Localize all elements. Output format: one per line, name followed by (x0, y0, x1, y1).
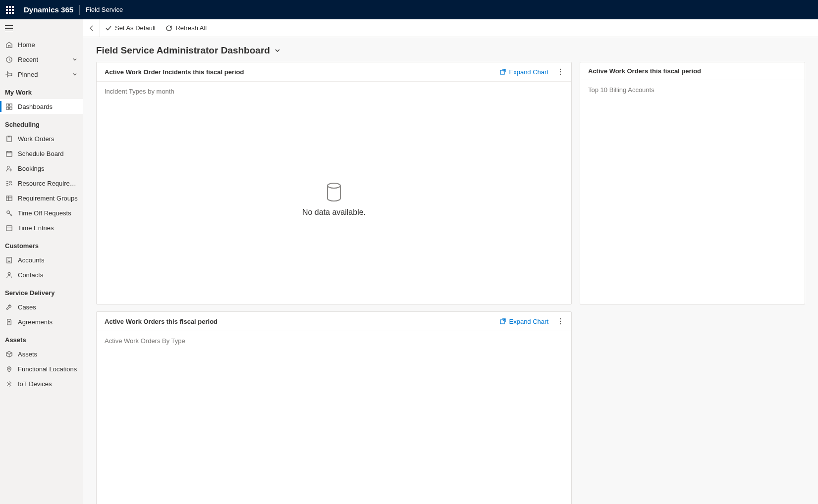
card-header: Active Work Order Incidents this fiscal … (97, 62, 571, 82)
svg-rect-3 (6, 107, 8, 109)
svg-point-15 (8, 383, 10, 385)
app-name[interactable]: Field Service (86, 6, 123, 13)
sidebar-item-workorders[interactable]: Work Orders (0, 131, 83, 146)
card-menu-button[interactable] (557, 317, 563, 326)
sidebar-item-cases[interactable]: Cases (0, 300, 83, 314)
sidebar-item-label: Pinned (18, 71, 72, 78)
svg-point-23 (560, 321, 561, 322)
sidebar-item-label: Resource Requireme... (18, 180, 78, 187)
svg-rect-11 (6, 225, 11, 230)
dashboard-scroll[interactable]: Active Work Order Incidents this fiscal … (83, 62, 818, 504)
header-divider (79, 5, 80, 15)
sidebar-item-label: Work Orders (18, 135, 78, 143)
clipboard-icon (5, 135, 13, 143)
document-icon (5, 318, 13, 326)
sidebar-section-scheduling: Scheduling (0, 114, 83, 131)
card-subtitle: Incident Types by month (97, 82, 571, 95)
sidebar-item-timeentries[interactable]: Time Entries (0, 220, 83, 235)
refresh-all-label: Refresh All (175, 24, 207, 32)
expand-chart-button[interactable]: Expand Chart (499, 68, 549, 76)
main-area: Set As Default Refresh All Field Service… (83, 19, 818, 504)
card-workorders-main: Active Work Orders this fiscal period Ex… (96, 311, 572, 504)
sidebar-item-reqgroups[interactable]: Requirement Groups (0, 191, 83, 205)
svg-rect-6 (6, 151, 11, 156)
sidebar-item-label: Contacts (18, 271, 78, 279)
card-header: Active Work Orders this fiscal period (580, 62, 805, 80)
sidebar-item-accounts[interactable]: Accounts (0, 252, 83, 267)
expand-icon (499, 318, 506, 325)
set-default-button[interactable]: Set As Default (100, 19, 161, 37)
svg-point-14 (8, 368, 10, 369)
sidebar-item-label: Time Off Requests (18, 209, 78, 217)
svg-rect-1 (6, 103, 8, 106)
command-bar: Set As Default Refresh All (83, 19, 818, 37)
svg-point-22 (560, 318, 561, 319)
set-default-label: Set As Default (115, 24, 156, 32)
sidebar-section-mywork: My Work (0, 82, 83, 99)
page-title: Field Service Administrator Dashboard (96, 45, 270, 56)
product-name: Dynamics 365 (24, 5, 73, 14)
sidebar-item-label: Dashboards (18, 103, 78, 110)
hamburger-icon[interactable] (5, 25, 13, 31)
sidebar-item-label: Agreements (18, 318, 78, 326)
sidebar-item-home[interactable]: Home (0, 37, 83, 52)
svg-point-10 (6, 210, 9, 213)
sidebar-item-iot[interactable]: IoT Devices (0, 376, 83, 391)
sidebar-item-recent[interactable]: Recent (0, 52, 83, 67)
chevron-down-icon (274, 47, 281, 54)
svg-point-8 (9, 181, 11, 183)
card-subtitle: Active Work Orders By Type (97, 331, 571, 345)
svg-rect-4 (9, 107, 12, 109)
expand-chart-button[interactable]: Expand Chart (499, 318, 549, 325)
cube-icon (5, 350, 13, 358)
expand-icon (499, 68, 506, 75)
svg-point-13 (8, 272, 10, 275)
sidebar-item-bookings[interactable]: Bookings (0, 161, 83, 176)
sidebar-item-timeoff[interactable]: Time Off Requests (0, 205, 83, 220)
sidebar-item-dashboards[interactable]: Dashboards (0, 99, 83, 114)
sidebar-item-label: Requirement Groups (18, 195, 78, 202)
sidebar-item-locations[interactable]: Functional Locations (0, 361, 83, 376)
sidebar-item-label: Home (18, 41, 78, 49)
svg-rect-9 (6, 196, 11, 200)
refresh-icon (165, 25, 172, 32)
svg-point-24 (560, 323, 561, 324)
iot-icon (5, 380, 13, 388)
sidebar-item-pinned[interactable]: Pinned (0, 67, 83, 82)
sidebar-item-agreements[interactable]: Agreements (0, 314, 83, 329)
location-icon (5, 365, 13, 373)
database-icon (326, 182, 342, 202)
person-icon (5, 271, 13, 279)
home-icon (5, 41, 13, 49)
card-menu-button[interactable] (557, 67, 563, 76)
svg-point-20 (327, 183, 340, 188)
sidebar-item-assets[interactable]: Assets (0, 347, 83, 361)
app-launcher-icon[interactable] (5, 5, 15, 15)
sidebar-item-label: Cases (18, 303, 78, 311)
empty-state-text: No data available. (302, 208, 366, 217)
card-title: Active Work Order Incidents this fiscal … (105, 68, 499, 76)
timeoff-icon (5, 209, 13, 217)
svg-point-19 (560, 74, 561, 75)
card-body-empty: No data available. (97, 95, 571, 304)
sidebar-section-customers: Customers (0, 235, 83, 252)
refresh-all-button[interactable]: Refresh All (161, 19, 212, 37)
sidebar-item-contacts[interactable]: Contacts (0, 267, 83, 282)
global-header: Dynamics 365 Field Service (0, 0, 818, 19)
card-title: Active Work Orders this fiscal period (588, 67, 797, 75)
svg-rect-2 (9, 103, 12, 106)
list-people-icon (5, 179, 13, 187)
card-workorders-side: Active Work Orders this fiscal period To… (580, 62, 805, 304)
sidebar-item-resourcereq[interactable]: Resource Requireme... (0, 176, 83, 191)
sidebar-item-label: Schedule Board (18, 150, 78, 157)
expand-chart-label: Expand Chart (509, 318, 549, 325)
expand-chart-label: Expand Chart (509, 68, 549, 76)
back-button[interactable] (83, 19, 100, 37)
page-title-row[interactable]: Field Service Administrator Dashboard (83, 37, 818, 62)
chevron-down-icon (72, 56, 78, 62)
card-incidents: Active Work Order Incidents this fiscal … (96, 62, 572, 304)
checkmark-icon (105, 25, 112, 32)
sidebar-item-scheduleboard[interactable]: Schedule Board (0, 146, 83, 161)
wrench-icon (5, 303, 13, 311)
svg-point-7 (7, 166, 9, 168)
